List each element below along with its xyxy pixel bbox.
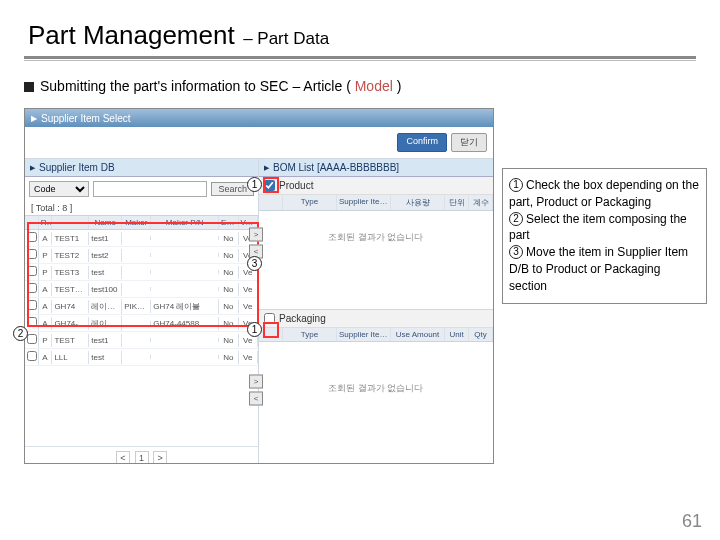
packaging-section-header: Packaging bbox=[259, 310, 493, 328]
subheading: Submitting the part's information to SEC… bbox=[24, 78, 401, 94]
packaging-table-header: Type Supplier Item code Use Amount Unit … bbox=[259, 328, 493, 342]
pager-page[interactable]: 1 bbox=[135, 451, 149, 464]
page-number: 61 bbox=[682, 511, 702, 532]
move-right-button[interactable]: > bbox=[249, 228, 263, 242]
confirm-button[interactable]: Confirm bbox=[397, 133, 447, 152]
callout-1a: 1 bbox=[247, 177, 262, 192]
row-checkbox[interactable] bbox=[27, 334, 37, 344]
pager: < 1 > bbox=[25, 446, 258, 464]
callout-3: 3 bbox=[247, 256, 262, 271]
divider-thick bbox=[24, 56, 696, 59]
divider-thin bbox=[24, 60, 696, 61]
packaging-check-highlight bbox=[263, 322, 279, 338]
move-right-button-2[interactable]: > bbox=[249, 374, 263, 388]
row-checkbox[interactable] bbox=[27, 351, 37, 361]
search-type-select[interactable]: Code bbox=[29, 181, 89, 197]
page-title-main: Part Management bbox=[28, 20, 235, 50]
table-row[interactable]: ALLLtestNoVe bbox=[25, 349, 258, 366]
close-button[interactable]: 닫기 bbox=[451, 133, 487, 152]
bom-list-header: BOM List [AAAA-BBBBBBB] bbox=[259, 159, 493, 177]
supplier-db-section-header: Supplier Item DB bbox=[25, 159, 258, 177]
notes-box: 1Check the box depending on the part, Pr… bbox=[502, 168, 707, 304]
search-input[interactable] bbox=[93, 181, 207, 197]
pager-next[interactable]: > bbox=[153, 451, 167, 464]
selection-highlight bbox=[27, 222, 259, 327]
total-count: [ Total : 8 ] bbox=[25, 201, 258, 215]
product-check-highlight bbox=[263, 177, 279, 193]
dialog-title-bar: Supplier Item Select bbox=[25, 109, 493, 127]
move-left-button-2[interactable]: < bbox=[249, 391, 263, 405]
product-table-header: Type Supplier Item code 사용량 단위 계수 bbox=[259, 195, 493, 211]
page-title-sub: – Part Data bbox=[243, 29, 329, 48]
square-bullet-icon bbox=[24, 82, 34, 92]
product-no-data: 조회된 결과가 없습니다 bbox=[259, 211, 493, 264]
callout-2: 2 bbox=[13, 326, 28, 341]
product-section-header: Product bbox=[259, 177, 493, 195]
pager-prev[interactable]: < bbox=[116, 451, 130, 464]
packaging-no-data: 조회된 결과가 없습니다 bbox=[259, 342, 493, 435]
dialog-button-row: Confirm 닫기 bbox=[25, 127, 493, 159]
table-row[interactable]: PTESTtest1NoVe bbox=[25, 332, 258, 349]
callout-1b: 1 bbox=[247, 322, 262, 337]
